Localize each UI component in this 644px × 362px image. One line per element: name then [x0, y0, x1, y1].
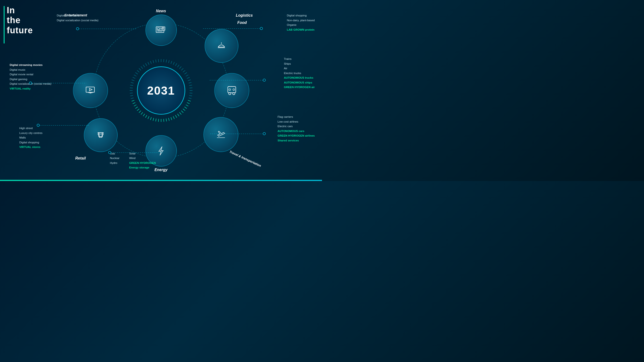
svg-line-2 [166, 60, 166, 62]
logistics-highlight-3: GREEN HYDROGEN air [284, 86, 315, 89]
svg-line-59 [132, 77, 135, 78]
retail-item-3: Malls [19, 136, 26, 139]
svg-line-20 [189, 95, 192, 96]
svg-line-24 [186, 105, 188, 106]
logistics-highlight-2: AUTONOMOUS ships [284, 81, 312, 84]
entertainment-item-2: Digital movie rental [10, 73, 33, 76]
svg-line-27 [181, 110, 183, 112]
logistics-connector [210, 79, 266, 82]
svg-line-62 [137, 70, 139, 72]
logistics-item-3: Air [284, 67, 287, 70]
food-item-3: Organic [287, 23, 297, 26]
travel-connector [210, 132, 266, 135]
svg-line-9 [181, 68, 183, 70]
news-label: News [156, 9, 166, 13]
travel-highlight-3: Shared services [278, 139, 299, 142]
entertainment-highlight: VIRTUAL reality [10, 87, 31, 90]
svg-line-58 [132, 80, 134, 81]
news-item-1: Digital on demand [57, 14, 79, 17]
svg-line-46 [137, 109, 139, 111]
retail-item-4: Digital shopping [19, 141, 39, 144]
svg-line-47 [135, 107, 138, 109]
svg-line-37 [158, 119, 158, 122]
food-label: Food [237, 20, 247, 25]
travel-item-3: Electric cars [278, 125, 293, 128]
bottom-accent-bar [0, 180, 322, 181]
svg-line-14 [188, 80, 190, 81]
svg-line-68 [150, 61, 151, 64]
entertainment-bold: Digital streaming movies [10, 63, 42, 66]
food-highlight: LAB GROWN protein [287, 28, 314, 31]
svg-point-88 [233, 89, 234, 90]
bubble-logistics [214, 73, 249, 108]
center-diagram: 2031 News Food [76, 16, 246, 165]
energy-col2: Solar Wind GREEN HYDROGEN Energy storage [129, 151, 156, 170]
svg-line-50 [132, 100, 134, 101]
news-info: Digital on demand Digital socialization … [57, 13, 98, 23]
retail-label: Retail [75, 156, 86, 160]
travel-item-2: Low-cost airlines [278, 120, 298, 123]
svg-line-30 [175, 115, 177, 117]
logistics-label: Logistics [236, 13, 253, 18]
center-year: 2031 [147, 84, 175, 97]
svg-line-53 [130, 93, 132, 93]
travel-label: Travel & transportation [229, 150, 262, 168]
retail-item-2: Luxury city centres [19, 131, 42, 134]
svg-line-33 [168, 118, 169, 121]
bubble-entertainment [73, 73, 108, 108]
food-item-1: Digital shopping [287, 14, 307, 17]
svg-line-41 [148, 116, 149, 119]
logistics-item-4: Electric trucks [284, 72, 301, 74]
center-circle: 2031 [137, 66, 185, 115]
entertainment-item-3: Digital gaming [10, 78, 27, 81]
svg-line-17 [190, 88, 192, 88]
svg-line-34 [166, 118, 166, 121]
energy-info: Gas Nuclear Hydro Solar Wind GREEN HYDRO… [110, 151, 156, 170]
energy-hydro: Hydro [110, 161, 118, 164]
svg-line-6 [175, 63, 177, 66]
svg-line-15 [188, 82, 191, 83]
svg-line-69 [153, 60, 154, 63]
svg-line-8 [179, 66, 181, 68]
energy-connector [108, 151, 163, 154]
svg-line-10 [183, 70, 185, 72]
entertainment-info: Digital streaming movies Digital music D… [10, 63, 52, 91]
svg-line-1 [164, 59, 164, 62]
svg-line-67 [148, 62, 149, 65]
svg-line-44 [141, 112, 143, 114]
svg-line-49 [132, 103, 135, 104]
svg-line-25 [184, 107, 187, 109]
svg-line-61 [135, 72, 138, 74]
travel-highlight-1: AUTONOMOUS cars [278, 130, 304, 132]
svg-line-64 [141, 66, 143, 68]
accent-bar [4, 6, 4, 43]
svg-line-22 [188, 100, 190, 101]
energy-highlight-2: Energy storage [129, 166, 150, 169]
svg-line-40 [150, 117, 151, 120]
energy-highlight-1: GREEN HYDROGEN [129, 161, 156, 164]
travel-item-1: Flag carriers [278, 115, 293, 118]
retail-info: High street Luxury city centres Malls Di… [19, 126, 42, 150]
svg-line-16 [189, 85, 192, 85]
svg-line-57 [131, 82, 134, 83]
food-connector [203, 27, 263, 30]
news-item-2: Digital socialization (social media) [57, 19, 98, 22]
svg-line-13 [187, 77, 190, 78]
entertainment-connector [29, 82, 86, 84]
svg-line-35 [164, 119, 164, 122]
svg-line-71 [158, 59, 158, 62]
logistics-item-1: Trains [284, 57, 292, 60]
energy-wind: Wind [129, 157, 136, 160]
svg-line-48 [134, 105, 136, 106]
energy-label: Energy [154, 168, 168, 172]
svg-line-11 [184, 72, 187, 74]
svg-line-19 [190, 93, 192, 93]
svg-line-28 [179, 112, 181, 114]
travel-info: Flag carriers Low-cost airlines Electric… [278, 115, 315, 143]
svg-line-45 [139, 110, 141, 112]
svg-line-43 [143, 114, 145, 116]
svg-marker-92 [89, 88, 92, 91]
svg-line-66 [146, 63, 147, 66]
food-info: Digital shopping Non-dairy, plant-based … [287, 13, 315, 32]
bubble-food [204, 29, 238, 63]
